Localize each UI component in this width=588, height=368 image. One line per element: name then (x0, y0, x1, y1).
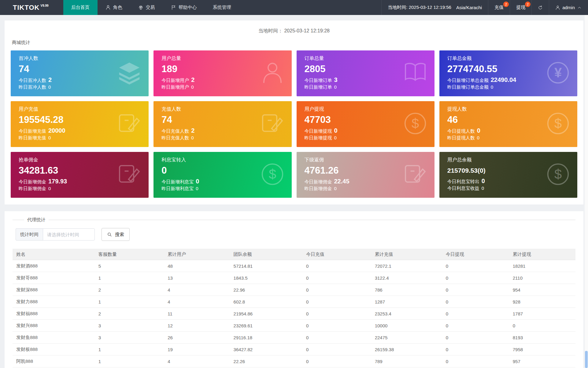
table-row: 发财鱼88832629116.1802247508193 (13, 332, 575, 344)
table-cell: 发财福888 (13, 308, 95, 320)
card-today-line: 今日提现人数0 (447, 127, 577, 134)
logo-text: TIKTOK (13, 4, 39, 12)
scrollbar-thumb[interactable] (585, 351, 588, 368)
table-body: 发财酒88854857214.81072072.1018281发财哥888113… (13, 260, 575, 368)
nav-item-label: 角色 (113, 5, 122, 10)
stat-cards-grid: 首冲人数74今日首冲人数2昨日首冲人数0用户总量189今日新增用户2昨日新增用户… (11, 50, 577, 198)
card-yesterday-line: 昨日新增订单0 (305, 84, 435, 90)
table-header-cell: 今日充值 (302, 249, 371, 260)
card-today-line: 今日新增佣金22.45 (305, 178, 435, 185)
card-title: 用户总余额 (447, 157, 577, 163)
card-title: 提现人数 (447, 106, 577, 112)
table-cell: 发财鱼888 (13, 332, 95, 344)
user-icon (105, 5, 111, 10)
table-row: 发财福88821121954.86023253.401787 (13, 308, 575, 320)
nav-item-交易[interactable]: 交易 (130, 0, 163, 15)
table-cell: 36427.82 (230, 344, 302, 355)
table-cell: 发财深888 (13, 284, 95, 296)
panel-local-time: 当地时间： 2025-03-12 12:19:28 (11, 25, 577, 39)
card-value: 4761.26 (305, 165, 435, 176)
recharge-button[interactable]: 充值 2 (488, 0, 510, 15)
table-cell: 72072.1 (371, 260, 442, 272)
table-cell: 29116.18 (230, 332, 302, 344)
card-today-line: 今日新增充值20000 (19, 127, 149, 134)
admin-user-menu[interactable]: admin (549, 0, 588, 15)
stat-card: 利息宝转入0今日新增利息宝0昨日新增利息宝0$ (153, 152, 291, 198)
table-cell: 26 (164, 332, 230, 344)
table-row: 发财力88814602.8012870928 (13, 296, 575, 308)
table-cell: 7958 (509, 344, 575, 355)
card-value: 0 (161, 165, 291, 176)
table-cell: 0 (442, 332, 509, 344)
card-today-line: 今日新增订单总金额22490.04 (447, 76, 577, 83)
stat-time-input[interactable] (43, 228, 95, 241)
nav-item-后台首页[interactable]: 后台首页 (63, 0, 98, 15)
table-cell: 957 (509, 355, 575, 367)
stat-card: 抢单佣金34281.63今日新增佣金179.93昨日新增佣金0 (11, 152, 149, 198)
card-title: 订单总量 (305, 55, 435, 62)
table-header-cell: 姓名 (13, 249, 95, 260)
nav-menu: 后台首页角色交易帮助中心系统管理 (63, 0, 239, 15)
table-cell: 4 (164, 296, 230, 308)
card-value: 2774740.55 (447, 64, 577, 74)
refresh-button[interactable] (531, 0, 549, 15)
agent-table: 姓名客服数量累计用户团队余额今日充值累计充值今日提现累计提现 发财酒888548… (13, 249, 575, 368)
admin-username: admin (562, 5, 575, 10)
table-cell: 3 (95, 332, 164, 344)
table-cell: 12 (164, 320, 230, 332)
table-cell: 2110 (509, 272, 575, 284)
table-cell: 10000 (371, 320, 442, 332)
table-cell: 786 (371, 284, 442, 296)
table-cell: 1843.5 (230, 272, 302, 284)
withdraw-button[interactable]: 提现 2 (510, 0, 531, 15)
nav-item-系统管理[interactable]: 系统管理 (205, 0, 239, 15)
stat-card: 下级返佣4761.26今日新增佣金22.45昨日新增佣金0 (297, 152, 435, 198)
table-cell: 4 (164, 355, 230, 367)
table-row: 发财哥8881131843.503122.402110 (13, 272, 575, 284)
table-cell: 0 (302, 355, 371, 367)
stat-time-label: 统计时间 (16, 228, 43, 241)
table-cell: 0 (442, 308, 509, 320)
local-time-display: 当地时间: 2025-03-12 12:19:56 Asia/Karachi (381, 0, 488, 15)
refresh-icon (538, 5, 543, 10)
card-value: 47703 (305, 115, 435, 125)
table-cell: 11 (164, 308, 230, 320)
stat-card: 首冲人数74今日首冲人数2昨日首冲人数0 (11, 50, 149, 96)
table-cell: 602.8 (230, 296, 302, 308)
table-cell: 阿凯888 (13, 355, 95, 367)
nav-item-角色[interactable]: 角色 (98, 0, 130, 15)
table-cell: 0 (442, 272, 509, 284)
card-today-line: 今日新增订单3 (305, 76, 435, 83)
nav-item-label: 帮助中心 (179, 5, 197, 10)
card-title: 下级返佣 (305, 157, 435, 163)
card-yesterday-line: 今日利息宝收益0 (447, 186, 577, 191)
table-header-cell: 累计用户 (164, 249, 230, 260)
table-cell: 0 (509, 320, 575, 332)
table-cell: 0 (442, 284, 509, 296)
card-yesterday-line: 昨日新增佣金0 (19, 186, 149, 192)
nav-item-帮助中心[interactable]: 帮助中心 (163, 0, 205, 15)
table-header-cell: 累计充值 (371, 249, 442, 260)
page-scrollbar[interactable] (585, 15, 588, 368)
app-logo: TIKTOK V9.99 (13, 0, 49, 15)
panel-time-label: 当地时间： (258, 28, 283, 33)
table-cell: 23269.61 (230, 320, 302, 332)
card-value: 2805 (305, 64, 435, 74)
table-cell: 18281 (509, 260, 575, 272)
stat-card: 充值人数74今日充值人数2昨日充值人数0 (153, 101, 291, 147)
table-cell: 789 (371, 355, 442, 367)
table-cell: 0 (302, 320, 371, 332)
table-header-cell: 团队余额 (230, 249, 302, 260)
table-cell: 928 (509, 296, 575, 308)
table-header-cell: 客服数量 (95, 249, 164, 260)
card-yesterday-line: 昨日新增提现0 (305, 135, 435, 141)
search-icon (107, 232, 112, 237)
card-title: 用户总量 (161, 55, 291, 62)
recharge-label: 充值 (494, 5, 504, 10)
card-title: 首冲人数 (19, 55, 149, 62)
chevron-up-icon (577, 5, 582, 10)
table-cell: 3122.4 (371, 272, 442, 284)
table-cell: 发财酒888 (13, 260, 95, 272)
table-cell: 2 (95, 284, 164, 296)
search-button[interactable]: 搜索 (102, 228, 130, 241)
